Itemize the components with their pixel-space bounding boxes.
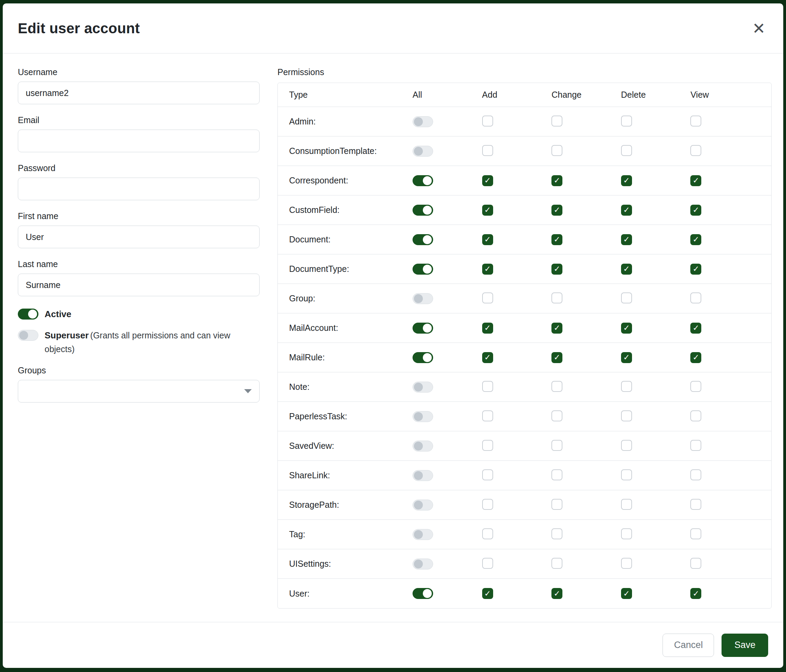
permission-all-toggle[interactable] [413, 323, 433, 334]
permission-all-toggle[interactable] [413, 146, 433, 157]
permission-add-checkbox[interactable] [482, 352, 493, 363]
permission-delete-checkbox[interactable] [621, 205, 632, 216]
permission-change-checkbox[interactable] [552, 292, 563, 303]
permission-delete-checkbox[interactable] [621, 558, 632, 569]
permission-view-checkbox[interactable] [690, 588, 701, 599]
permission-add-checkbox[interactable] [482, 410, 493, 421]
permission-delete-checkbox[interactable] [621, 381, 632, 392]
permission-add-checkbox[interactable] [482, 145, 493, 156]
permission-change-checkbox[interactable] [552, 381, 563, 392]
permission-change-checkbox[interactable] [552, 469, 563, 480]
permission-view-checkbox[interactable] [690, 234, 701, 245]
permission-view-checkbox[interactable] [690, 558, 701, 569]
permission-all-toggle[interactable] [413, 116, 433, 127]
permission-delete-checkbox[interactable] [621, 323, 632, 334]
permission-change-checkbox[interactable] [552, 499, 563, 510]
permission-view-checkbox[interactable] [690, 352, 701, 363]
permission-change-checkbox[interactable] [552, 145, 563, 156]
permission-change-checkbox[interactable] [552, 588, 563, 599]
permission-all-toggle[interactable] [413, 175, 433, 186]
permission-add-checkbox[interactable] [482, 381, 493, 392]
permission-delete-checkbox[interactable] [621, 264, 632, 275]
permission-delete-checkbox[interactable] [621, 499, 632, 510]
permission-all-toggle[interactable] [413, 352, 433, 363]
permission-delete-checkbox[interactable] [621, 469, 632, 480]
modal-header: Edit user account ✕ [3, 3, 783, 53]
permission-delete-checkbox[interactable] [621, 292, 632, 303]
permission-all-toggle[interactable] [413, 293, 433, 304]
modal-footer: Cancel Save [3, 622, 783, 668]
permission-view-checkbox[interactable] [690, 469, 701, 480]
permission-add-checkbox[interactable] [482, 323, 493, 334]
permission-add-checkbox[interactable] [482, 116, 493, 127]
permission-add-checkbox[interactable] [482, 175, 493, 186]
save-button[interactable]: Save [722, 634, 768, 657]
permission-add-checkbox[interactable] [482, 469, 493, 480]
groups-select[interactable] [18, 380, 259, 402]
permission-all-toggle[interactable] [413, 234, 433, 245]
permission-all-toggle[interactable] [413, 588, 433, 599]
permission-view-checkbox[interactable] [690, 440, 701, 451]
permission-change-checkbox[interactable] [552, 352, 563, 363]
permission-view-checkbox[interactable] [690, 205, 701, 216]
permission-add-checkbox[interactable] [482, 528, 493, 539]
permission-view-checkbox[interactable] [690, 116, 701, 127]
last-name-input[interactable] [18, 273, 259, 296]
permission-view-checkbox[interactable] [690, 292, 701, 303]
username-input[interactable] [18, 82, 259, 104]
permission-delete-checkbox[interactable] [621, 175, 632, 186]
permission-delete-checkbox[interactable] [621, 352, 632, 363]
permission-view-checkbox[interactable] [690, 499, 701, 510]
permission-change-checkbox[interactable] [552, 116, 563, 127]
permission-all-toggle[interactable] [413, 441, 433, 452]
permission-change-checkbox[interactable] [552, 528, 563, 539]
permission-all-toggle[interactable] [413, 264, 433, 275]
permission-add-checkbox[interactable] [482, 558, 493, 569]
permission-view-checkbox[interactable] [690, 323, 701, 334]
password-input[interactable] [18, 177, 259, 200]
permission-delete-checkbox[interactable] [621, 528, 632, 539]
permission-change-checkbox[interactable] [552, 410, 563, 421]
permission-add-checkbox[interactable] [482, 588, 493, 599]
permission-view-checkbox[interactable] [690, 264, 701, 275]
permission-all-toggle[interactable] [413, 470, 433, 481]
permission-delete-checkbox[interactable] [621, 588, 632, 599]
close-icon[interactable]: ✕ [749, 18, 768, 39]
permission-delete-checkbox[interactable] [621, 440, 632, 451]
toggle-knob [28, 309, 37, 319]
permission-view-checkbox[interactable] [690, 381, 701, 392]
permission-change-checkbox[interactable] [552, 440, 563, 451]
permission-add-checkbox[interactable] [482, 499, 493, 510]
permission-row: MailRule: [278, 343, 771, 372]
permission-all-toggle[interactable] [413, 411, 433, 422]
permission-delete-checkbox[interactable] [621, 234, 632, 245]
permission-add-checkbox[interactable] [482, 440, 493, 451]
active-toggle[interactable] [18, 309, 38, 320]
permission-change-checkbox[interactable] [552, 558, 563, 569]
permission-delete-checkbox[interactable] [621, 145, 632, 156]
permission-change-checkbox[interactable] [552, 234, 563, 245]
permission-view-checkbox[interactable] [690, 410, 701, 421]
permission-all-toggle[interactable] [413, 559, 433, 570]
permission-view-checkbox[interactable] [690, 175, 701, 186]
permission-delete-checkbox[interactable] [621, 116, 632, 127]
superuser-toggle[interactable] [18, 330, 38, 341]
permission-change-checkbox[interactable] [552, 205, 563, 216]
permission-change-checkbox[interactable] [552, 175, 563, 186]
permission-all-toggle[interactable] [413, 205, 433, 216]
permission-add-checkbox[interactable] [482, 264, 493, 275]
permission-add-checkbox[interactable] [482, 292, 493, 303]
permission-all-toggle[interactable] [413, 499, 433, 510]
email-input[interactable] [18, 130, 259, 152]
permission-all-toggle[interactable] [413, 529, 433, 540]
permission-view-checkbox[interactable] [690, 145, 701, 156]
permission-delete-checkbox[interactable] [621, 410, 632, 421]
permission-add-checkbox[interactable] [482, 205, 493, 216]
permission-all-toggle[interactable] [413, 382, 433, 393]
permission-change-checkbox[interactable] [552, 323, 563, 334]
permission-change-checkbox[interactable] [552, 264, 563, 275]
permission-view-checkbox[interactable] [690, 528, 701, 539]
first-name-input[interactable] [18, 226, 259, 248]
cancel-button[interactable]: Cancel [663, 634, 714, 657]
permission-add-checkbox[interactable] [482, 234, 493, 245]
